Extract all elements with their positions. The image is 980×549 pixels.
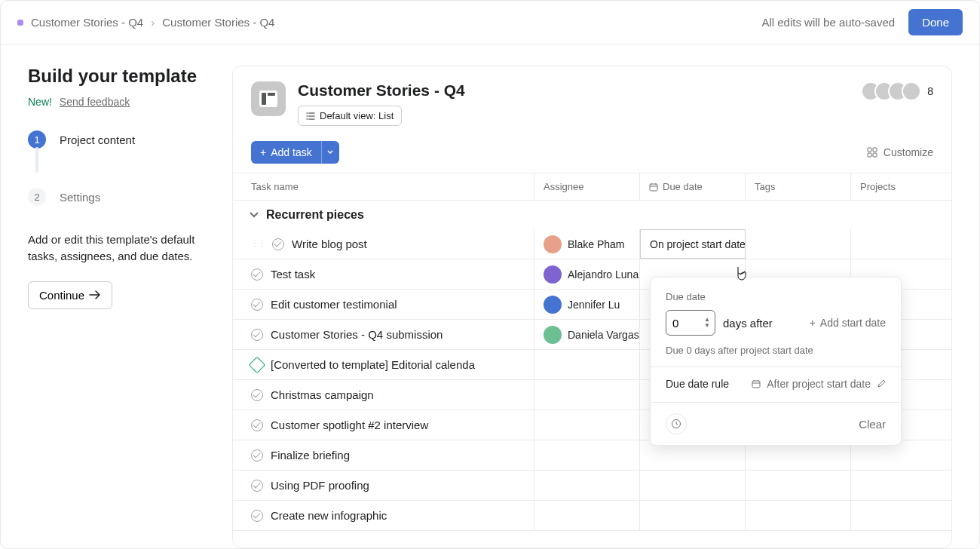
chevron-down-icon bbox=[327, 150, 333, 155]
clear-button[interactable]: Clear bbox=[859, 418, 886, 431]
project-members[interactable]: 8 bbox=[867, 81, 933, 101]
tags-cell[interactable] bbox=[746, 471, 851, 500]
tags-cell[interactable] bbox=[746, 229, 851, 259]
task-name-cell[interactable]: Using PDF proofing bbox=[233, 471, 534, 500]
customize-button[interactable]: Customize bbox=[867, 146, 933, 158]
col-tags[interactable]: Tags bbox=[746, 173, 851, 200]
task-name-cell[interactable]: Create new infographic bbox=[233, 501, 534, 530]
assignee-cell[interactable]: Jennifer Lu bbox=[534, 290, 640, 319]
milestone-icon[interactable] bbox=[249, 356, 266, 373]
complete-check-icon[interactable] bbox=[251, 419, 263, 431]
due-date-cell[interactable] bbox=[640, 501, 746, 530]
chevron-right-icon: › bbox=[151, 16, 155, 29]
table-row[interactable]: Create new infographic bbox=[233, 501, 951, 531]
complete-check-icon[interactable] bbox=[251, 389, 263, 401]
col-task-name[interactable]: Task name bbox=[233, 173, 534, 200]
task-name-cell[interactable]: Customer Stories - Q4 submission bbox=[233, 320, 534, 349]
task-name-cell[interactable]: Customer spotlight #2 interview bbox=[233, 410, 534, 440]
add-time-button[interactable] bbox=[666, 413, 687, 434]
complete-check-icon[interactable] bbox=[251, 510, 263, 522]
breadcrumb-root[interactable]: Customer Stories - Q4 bbox=[31, 16, 143, 29]
table-header: Task name Assignee Due date Tags Project… bbox=[233, 173, 951, 201]
due-date-rule-value[interactable]: After project start date bbox=[752, 378, 886, 390]
tags-cell[interactable] bbox=[746, 501, 851, 530]
task-name: Test task bbox=[271, 268, 315, 281]
svg-rect-1 bbox=[873, 148, 877, 152]
avatar-count: 8 bbox=[927, 85, 933, 97]
add-start-date-button[interactable]: + Add start date bbox=[810, 317, 886, 329]
project-title[interactable]: Customer Stories - Q4 bbox=[298, 81, 465, 100]
complete-check-icon[interactable] bbox=[272, 238, 284, 250]
continue-button[interactable]: Continue bbox=[28, 281, 112, 309]
project-panel: Customer Stories - Q4 Default view: List… bbox=[232, 66, 952, 548]
projects-cell[interactable] bbox=[851, 471, 919, 500]
wizard-sidebar: Build your template New! Send feedback 1… bbox=[1, 44, 232, 548]
step-project-content[interactable]: 1 Project content bbox=[28, 124, 205, 155]
col-projects[interactable]: Projects bbox=[851, 173, 919, 200]
complete-check-icon[interactable] bbox=[251, 449, 263, 462]
svg-rect-5 bbox=[752, 381, 760, 388]
assignee-cell[interactable] bbox=[534, 471, 640, 500]
table-row[interactable]: Using PDF proofing bbox=[233, 471, 951, 501]
customize-icon bbox=[867, 147, 877, 158]
assignee-name: Alejandro Luna bbox=[568, 268, 639, 281]
task-name-cell[interactable]: Christmas campaign bbox=[233, 380, 534, 409]
breadcrumb-current[interactable]: Customer Stories - Q4 bbox=[162, 16, 274, 29]
assignee-cell[interactable]: Alejandro Luna bbox=[534, 259, 640, 289]
breadcrumb: Customer Stories - Q4 › Customer Stories… bbox=[17, 16, 274, 29]
complete-check-icon[interactable] bbox=[251, 299, 263, 311]
assignee-cell[interactable] bbox=[534, 410, 640, 440]
task-name-cell[interactable]: Finalize briefing bbox=[233, 440, 534, 470]
assignee-cell[interactable] bbox=[534, 440, 640, 470]
task-name: Edit customer testimonial bbox=[271, 298, 397, 311]
complete-check-icon[interactable] bbox=[251, 268, 263, 281]
due-date-cell[interactable]: On project start date bbox=[640, 229, 746, 259]
task-name-cell[interactable]: [Converted to template] Editorial calend… bbox=[233, 350, 534, 379]
task-name-cell[interactable]: Edit customer testimonial bbox=[233, 290, 534, 319]
autosave-label: All edits will be auto-saved bbox=[761, 16, 895, 29]
task-name: Customer spotlight #2 interview bbox=[271, 419, 428, 431]
avatar bbox=[544, 265, 562, 284]
default-view-chip[interactable]: Default view: List bbox=[298, 106, 402, 126]
assignee-cell[interactable] bbox=[534, 501, 640, 530]
done-button[interactable]: Done bbox=[908, 9, 963, 35]
new-badge: New! bbox=[28, 96, 52, 108]
task-name: Using PDF proofing bbox=[271, 479, 369, 492]
popover-title: Due date bbox=[666, 291, 886, 302]
days-input-field[interactable] bbox=[672, 317, 695, 330]
send-feedback-link[interactable]: Send feedback bbox=[60, 96, 130, 108]
complete-check-icon[interactable] bbox=[251, 329, 263, 341]
due-date-cell[interactable] bbox=[640, 471, 746, 500]
task-name-cell[interactable]: ⋮⋮Write blog post bbox=[233, 229, 534, 259]
stepper-icon[interactable]: ▲▼ bbox=[704, 317, 710, 329]
drag-handle-icon[interactable]: ⋮⋮ bbox=[251, 239, 265, 249]
add-task-button[interactable]: + Add task bbox=[251, 141, 321, 164]
clock-icon bbox=[671, 419, 681, 429]
task-name-cell[interactable]: Test task bbox=[233, 259, 534, 289]
step-settings[interactable]: 2 Settings bbox=[28, 182, 205, 212]
svg-rect-3 bbox=[873, 153, 877, 157]
topbar: Customer Stories - Q4 › Customer Stories… bbox=[1, 1, 979, 44]
popover-help-text: Due 0 days after project start date bbox=[666, 345, 886, 356]
col-assignee[interactable]: Assignee bbox=[534, 173, 640, 200]
table-row[interactable]: ⋮⋮Write blog postBlake PhamOn project st… bbox=[233, 229, 951, 259]
task-name: [Converted to template] Editorial calend… bbox=[271, 358, 475, 371]
section-header[interactable]: Recurrent pieces bbox=[233, 201, 951, 229]
col-due-date[interactable]: Due date bbox=[640, 173, 746, 200]
assignee-cell[interactable] bbox=[534, 350, 640, 379]
task-table: Task name Assignee Due date Tags Project… bbox=[233, 173, 951, 547]
assignee-cell[interactable]: Daniela Vargas bbox=[534, 320, 640, 349]
step-number-2: 2 bbox=[28, 188, 46, 206]
plus-icon: + bbox=[810, 317, 816, 329]
avatar bbox=[544, 326, 562, 344]
projects-cell[interactable] bbox=[851, 501, 919, 530]
add-task-dropdown[interactable] bbox=[321, 141, 339, 164]
assignee-cell[interactable] bbox=[534, 380, 640, 409]
step-number-1: 1 bbox=[28, 130, 46, 149]
assignee-name: Blake Pham bbox=[568, 238, 624, 250]
projects-cell[interactable] bbox=[851, 229, 919, 259]
assignee-cell[interactable]: Blake Pham bbox=[534, 229, 640, 259]
complete-check-icon[interactable] bbox=[251, 480, 263, 492]
step-label: Settings bbox=[60, 191, 100, 204]
days-input[interactable]: ▲▼ bbox=[666, 310, 715, 336]
